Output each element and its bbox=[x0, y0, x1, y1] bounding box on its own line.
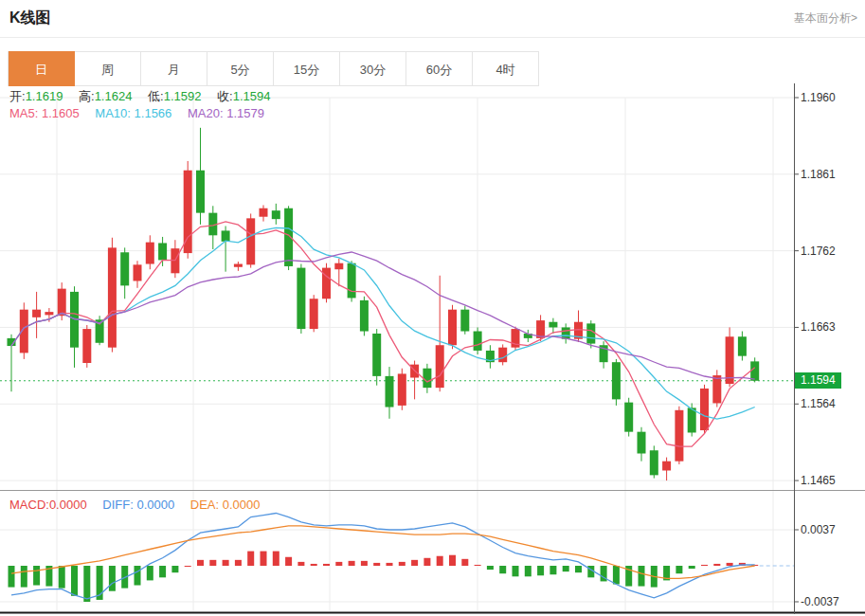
tab-4hour[interactable]: 4时 bbox=[473, 51, 539, 86]
kline-widget: K线图 基本面分析> 日周月5分15分30分60分4时 1.19601.1861… bbox=[0, 0, 865, 616]
tab-month[interactable]: 月 bbox=[141, 51, 207, 86]
price-axis-label: 1.1564 bbox=[801, 397, 836, 410]
macd-axis-label: -0.0037 bbox=[801, 595, 839, 608]
page-title: K线图 bbox=[9, 9, 51, 28]
chart-area: 1.19601.18611.17621.16631.15641.14650.00… bbox=[0, 83, 865, 614]
price-axis-label: 1.1465 bbox=[801, 474, 836, 487]
tab-30min[interactable]: 30分 bbox=[340, 51, 406, 86]
current-price-badge: 1.1594 bbox=[795, 372, 841, 389]
price-axis-label: 1.1663 bbox=[801, 320, 836, 334]
tab-bar: 日周月5分15分30分60分4时 bbox=[8, 51, 540, 86]
widget-header: K线图 基本面分析> bbox=[0, 0, 865, 38]
tab-day[interactable]: 日 bbox=[9, 51, 75, 86]
tab-week[interactable]: 周 bbox=[75, 51, 141, 86]
macd-axis-label: 0.0037 bbox=[801, 523, 836, 536]
tab-60min[interactable]: 60分 bbox=[406, 51, 473, 86]
price-axis-label: 1.1762 bbox=[801, 245, 836, 258]
tab-5min[interactable]: 5分 bbox=[207, 51, 274, 86]
fundamental-analysis-link[interactable]: 基本面分析> bbox=[794, 10, 857, 27]
tab-15min[interactable]: 15分 bbox=[274, 51, 340, 86]
price-axis-label: 1.1861 bbox=[801, 168, 836, 181]
candles-group bbox=[8, 128, 760, 480]
price-axis-label: 1.1960 bbox=[801, 91, 836, 104]
kline-chart-canvas[interactable]: 1.19601.18611.17621.16631.15641.14650.00… bbox=[0, 83, 865, 614]
macd-histogram bbox=[9, 552, 759, 602]
